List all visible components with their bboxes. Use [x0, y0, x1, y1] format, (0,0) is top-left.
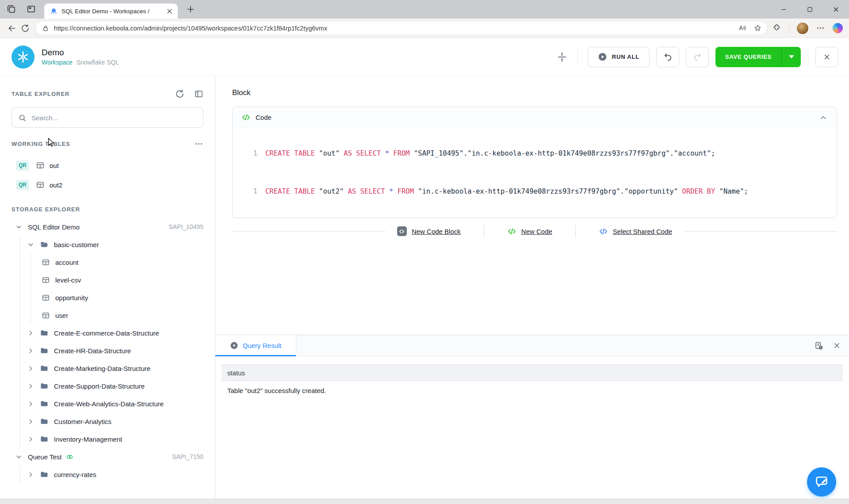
folder-icon	[40, 417, 49, 426]
folder-icon	[40, 399, 49, 408]
close-result-panel-icon[interactable]	[833, 341, 841, 350]
code-block-card: Code 1 CREATE TABLE "out" AS SELECT * FR…	[232, 107, 837, 218]
folder-icon	[40, 364, 49, 373]
chevron-right-icon[interactable]	[27, 400, 34, 408]
new-code-button[interactable]: New Code	[507, 227, 552, 236]
chevron-right-icon[interactable]	[27, 418, 34, 425]
browser-tab[interactable]: SQL Editor Demo - Workspaces /	[44, 4, 178, 19]
select-shared-code-button[interactable]: Select Shared Code	[599, 227, 672, 236]
copilot-icon[interactable]	[833, 23, 843, 33]
workspace-link[interactable]: Workspace	[42, 59, 73, 66]
window-maximize-button[interactable]	[797, 0, 823, 19]
sql-editor-line[interactable]: CREATE TABLE "out2" AS SELECT * FROM "in…	[265, 186, 748, 197]
new-tab-button[interactable]	[186, 4, 195, 14]
tree-folder-currency-rates[interactable]: currency-rates	[20, 466, 215, 483]
folder-icon	[40, 435, 49, 443]
tree-folder-ecommerce[interactable]: Create-E-commerce-Data-Structure	[20, 324, 215, 342]
chevron-right-icon[interactable]	[27, 471, 34, 478]
qr-badge: QR	[16, 160, 29, 171]
browser-menu-icon[interactable]	[816, 23, 825, 33]
working-table-row-out2[interactable]: QR out2	[0, 175, 215, 195]
tree-table-level-csv[interactable]: level-csv	[31, 271, 215, 289]
line-number: 1	[233, 186, 257, 197]
run-all-button[interactable]: RUN ALL	[588, 47, 650, 67]
tree-table-opportunity[interactable]: opportunity	[31, 289, 215, 306]
collapse-panel-icon[interactable]	[194, 89, 203, 99]
extensions-icon[interactable]	[772, 23, 781, 33]
chevron-down-icon[interactable]	[15, 223, 23, 231]
tree-folder-basic-customer[interactable]: basic-customer	[20, 236, 215, 253]
profile-avatar[interactable]	[797, 23, 808, 34]
tree-folder-hr[interactable]: Create-HR-Data-Structure	[20, 342, 215, 359]
chevron-right-icon[interactable]	[27, 382, 34, 390]
mouse-cursor	[47, 137, 57, 148]
result-tabs-row: Query Result	[215, 335, 849, 356]
save-queries-button[interactable]: SAVE QUERIES	[715, 47, 781, 67]
url-text[interactable]: https://connection.keboola.com/admin/pro…	[54, 25, 738, 32]
result-row[interactable]: Table "out2" successfully created.	[222, 381, 843, 400]
code-actions-row: New Code Block New Code Select Shared Co…	[232, 221, 837, 241]
split-view-icon[interactable]	[556, 51, 568, 63]
tree-folder-support[interactable]: Create-Support-Data-Structure	[20, 377, 215, 395]
working-tables-menu-icon[interactable]	[194, 139, 203, 149]
linked-bucket-icon	[65, 453, 74, 461]
tree-folder-customer-analytics[interactable]: Customer-Analytics	[20, 412, 215, 430]
address-bar[interactable]: https://connection.keboola.com/admin/pro…	[35, 21, 768, 35]
tree-table-account[interactable]: account	[31, 253, 215, 271]
horizontal-scrollbar[interactable]	[0, 499, 849, 504]
save-queries-dropdown[interactable]	[781, 47, 801, 67]
reload-button[interactable]	[19, 22, 32, 35]
tree-folder-inventory[interactable]: Inventory-Management	[20, 430, 215, 448]
play-circle-icon	[230, 341, 238, 350]
table-icon	[42, 258, 50, 267]
chevron-right-icon[interactable]	[27, 435, 34, 443]
line-number: 1	[233, 148, 257, 159]
chat-support-button[interactable]	[807, 467, 836, 496]
close-workspace-button[interactable]	[815, 47, 838, 67]
tree-bucket-queue-test[interactable]: Queue Test SAPI_7150	[0, 448, 215, 466]
favorites-star-icon[interactable]	[753, 24, 762, 32]
tree-table-user[interactable]: user	[31, 306, 215, 324]
divider-line	[684, 231, 837, 232]
redo-button[interactable]	[686, 47, 709, 67]
sql-editor-line[interactable]: CREATE TABLE "out" AS SELECT * FROM "SAP…	[265, 148, 715, 159]
undo-button[interactable]	[656, 47, 679, 67]
tree-folder-web-analytics[interactable]: Create-Web-Analytics-Data-Structure	[20, 395, 215, 412]
table-explorer-heading: TABLE EXPLORER	[11, 91, 70, 97]
code-icon-blue	[599, 227, 608, 236]
folder-icon	[40, 346, 49, 355]
query-result-tab[interactable]: Query Result	[215, 335, 296, 356]
search-icon	[18, 114, 27, 122]
toolbar-divider	[789, 23, 789, 33]
tab-actions-icon[interactable]	[26, 4, 36, 14]
play-circle-icon	[598, 52, 607, 61]
window-close-button[interactable]	[823, 0, 849, 19]
chevron-down-icon[interactable]	[15, 453, 23, 461]
tab-close-icon[interactable]	[166, 8, 173, 15]
refresh-icon[interactable]	[175, 89, 184, 99]
read-aloud-icon[interactable]	[738, 24, 746, 32]
working-table-row-out[interactable]: QR out	[0, 156, 215, 175]
bucket-badge: SAPI_7150	[172, 453, 215, 460]
chevron-up-icon[interactable]	[819, 113, 828, 122]
search-input[interactable]	[31, 114, 197, 122]
folder-icon	[40, 382, 49, 390]
new-code-block-button[interactable]: New Code Block	[397, 226, 461, 236]
chevron-right-icon[interactable]	[27, 329, 34, 337]
folder-icon	[40, 328, 49, 337]
chevron-down-icon[interactable]	[27, 241, 34, 248]
back-button[interactable]	[5, 22, 19, 35]
chevron-right-icon[interactable]	[27, 365, 34, 372]
tree-bucket-sql-editor-demo[interactable]: SQL Editor Demo SAPI_10495	[0, 218, 215, 236]
workspaces-icon[interactable]	[6, 4, 16, 14]
code-icon-green	[507, 227, 516, 236]
tab-title: SQL Editor Demo - Workspaces /	[61, 8, 166, 15]
chevron-right-icon[interactable]	[27, 347, 34, 355]
table-icon	[36, 180, 45, 189]
editor-main: Block Code 1 CREATE TABLE "out" AS SELEC…	[215, 76, 849, 504]
window-minimize-button[interactable]	[771, 0, 797, 19]
query-info-icon[interactable]	[814, 341, 824, 351]
result-column-header: status	[222, 364, 843, 381]
tree-folder-marketing[interactable]: Create-Marketing-Data-Structure	[20, 359, 215, 377]
code-block-header[interactable]: Code	[233, 107, 837, 128]
